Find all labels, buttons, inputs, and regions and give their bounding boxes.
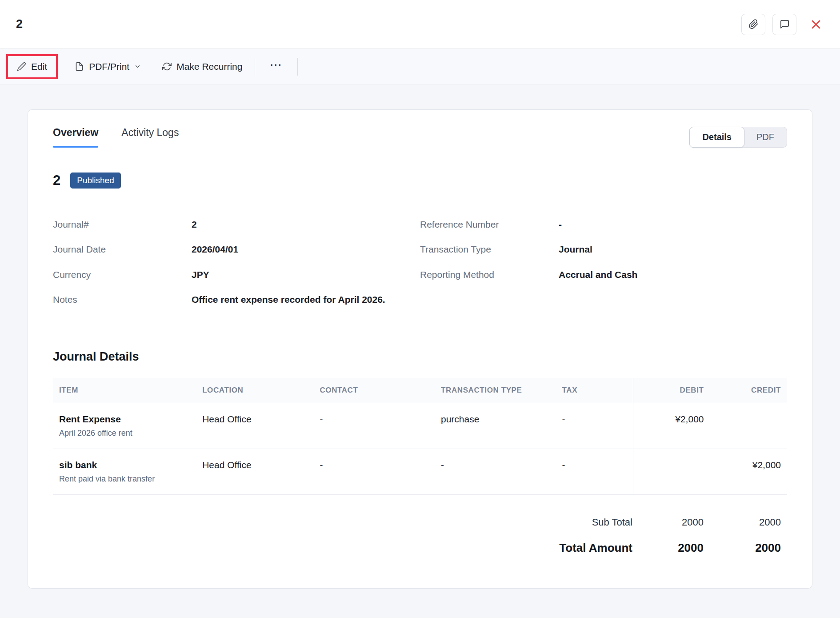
contact-cell: - xyxy=(313,403,435,449)
pdf-file-icon xyxy=(75,62,84,71)
table-row: Rent Expense April 2026 office rent Head… xyxy=(53,403,787,449)
column-header-transaction-type: TRANSACTION TYPE xyxy=(435,378,556,403)
field-journal-number: Journal# 2 xyxy=(53,219,420,230)
pdf-print-button[interactable]: PDF/Print xyxy=(68,57,148,76)
subtotal-row: Sub Total 2000 2000 xyxy=(53,512,787,533)
transaction-type-cell: - xyxy=(435,449,556,495)
tax-cell: - xyxy=(556,403,633,449)
details-toggle-button[interactable]: Details xyxy=(689,127,744,148)
journal-detail-card: Overview Activity Logs Details PDF 2 Pub… xyxy=(28,109,812,589)
fields-right-column: Reference Number - Transaction Type Jour… xyxy=(420,219,787,319)
credit-cell: ¥2,000 xyxy=(710,449,788,495)
journal-details-table: ITEM LOCATION CONTACT TRANSACTION TYPE T… xyxy=(53,378,787,495)
total-amount-label: Total Amount xyxy=(559,541,632,555)
speech-bubble-icon xyxy=(780,19,790,29)
column-header-contact: CONTACT xyxy=(313,378,435,403)
entry-header: 2 Published xyxy=(53,173,787,189)
edit-button-label: Edit xyxy=(31,61,47,72)
tab-overview[interactable]: Overview xyxy=(53,127,98,148)
item-cell: Rent Expense April 2026 office rent xyxy=(53,403,196,449)
toolbar-divider xyxy=(255,58,255,76)
totals-section: Sub Total 2000 2000 Total Amount 2000 20… xyxy=(53,512,787,560)
field-value: Journal xyxy=(559,244,606,255)
toolbar: Edit PDF/Print Make Recurring ⋯ xyxy=(0,49,840,84)
pdf-print-label: PDF/Print xyxy=(89,61,129,72)
edit-button-highlight: Edit xyxy=(6,54,58,79)
page-title: 2 xyxy=(16,17,23,31)
debit-cell xyxy=(633,449,710,495)
location-cell: Head Office xyxy=(196,449,313,495)
field-value: Accrual and Cash xyxy=(559,269,651,281)
status-badge: Published xyxy=(70,173,120,189)
total-amount-row: Total Amount 2000 2000 xyxy=(53,533,787,560)
paperclip-icon xyxy=(748,19,759,29)
fields-left-column: Journal# 2 Journal Date 2026/04/01 Curre… xyxy=(53,219,420,319)
topbar: 2 xyxy=(0,0,840,49)
field-currency: Currency JPY xyxy=(53,269,420,281)
column-header-tax: TAX xyxy=(556,378,633,403)
field-label: Reference Number xyxy=(420,219,559,230)
make-recurring-button[interactable]: Make Recurring xyxy=(155,57,249,76)
more-options-button[interactable]: ⋯ xyxy=(260,56,292,77)
column-header-credit: CREDIT xyxy=(710,378,788,403)
tab-activity-logs[interactable]: Activity Logs xyxy=(121,127,179,148)
table-header-row: ITEM LOCATION CONTACT TRANSACTION TYPE T… xyxy=(53,378,787,403)
tab-bar: Overview Activity Logs xyxy=(53,127,179,148)
field-label: Journal Date xyxy=(53,244,192,255)
contact-cell: - xyxy=(313,449,435,495)
item-description: April 2026 office rent xyxy=(59,429,190,438)
location-cell: Head Office xyxy=(196,403,313,449)
field-label: Currency xyxy=(53,269,192,281)
transaction-type-cell: purchase xyxy=(435,403,556,449)
field-label: Reporting Method xyxy=(420,269,559,281)
x-icon xyxy=(810,18,822,31)
total-amount-debit: 2000 xyxy=(632,541,710,555)
field-value: Office rent expense recorded for April 2… xyxy=(192,294,399,305)
debit-cell: ¥2,000 xyxy=(633,403,710,449)
column-header-item: ITEM xyxy=(53,378,196,403)
subtotal-label: Sub Total xyxy=(592,517,632,528)
chevron-down-icon xyxy=(134,63,141,70)
attachment-button[interactable] xyxy=(741,14,765,35)
close-button[interactable] xyxy=(810,18,822,31)
item-description: Rent paid via bank transfer xyxy=(59,474,190,484)
field-value: JPY xyxy=(192,269,223,281)
item-cell: sib bank Rent paid via bank transfer xyxy=(53,449,196,495)
column-header-debit: DEBIT xyxy=(633,378,710,403)
journal-number-heading: 2 xyxy=(53,173,60,189)
edit-button[interactable]: Edit xyxy=(10,57,54,76)
field-value: 2026/04/01 xyxy=(192,244,252,255)
field-journal-date: Journal Date 2026/04/01 xyxy=(53,244,420,255)
card-header: Overview Activity Logs Details PDF xyxy=(53,127,787,148)
toolbar-divider xyxy=(297,58,298,76)
topbar-actions xyxy=(734,14,822,35)
field-value: - xyxy=(559,219,575,230)
column-header-location: LOCATION xyxy=(196,378,313,403)
field-notes: Notes Office rent expense recorded for A… xyxy=(53,294,420,305)
field-reporting-method: Reporting Method Accrual and Cash xyxy=(420,269,787,281)
journal-fields: Journal# 2 Journal Date 2026/04/01 Curre… xyxy=(53,219,787,319)
field-label: Journal# xyxy=(53,219,192,230)
pencil-icon xyxy=(17,62,26,71)
make-recurring-label: Make Recurring xyxy=(176,61,242,72)
view-toggle: Details PDF xyxy=(689,127,787,148)
field-value: 2 xyxy=(192,219,210,230)
field-label: Transaction Type xyxy=(420,244,559,255)
field-label: Notes xyxy=(53,294,192,305)
subtotal-debit: 2000 xyxy=(632,517,710,528)
recurring-icon xyxy=(162,62,172,71)
table-row: sib bank Rent paid via bank transfer Hea… xyxy=(53,449,787,495)
field-reference-number: Reference Number - xyxy=(420,219,787,230)
field-transaction-type: Transaction Type Journal xyxy=(420,244,787,255)
journal-details-title: Journal Details xyxy=(53,350,787,364)
item-name: Rent Expense xyxy=(59,414,190,425)
pdf-toggle-button[interactable]: PDF xyxy=(744,127,787,147)
comments-button[interactable] xyxy=(772,14,796,35)
item-name: sib bank xyxy=(59,460,190,470)
credit-cell xyxy=(710,403,788,449)
subtotal-credit: 2000 xyxy=(710,517,787,528)
total-amount-credit: 2000 xyxy=(710,541,787,555)
tax-cell: - xyxy=(556,449,633,495)
